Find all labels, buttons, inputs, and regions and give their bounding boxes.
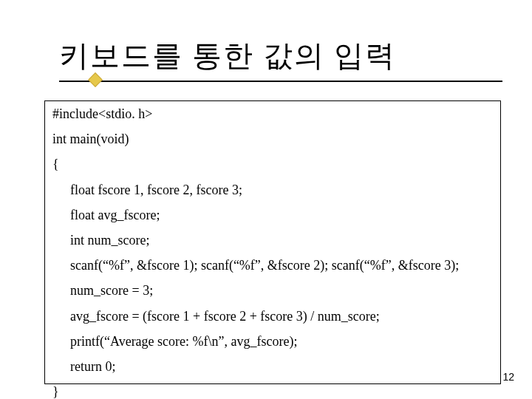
code-line: float fscore 1, fscore 2, fscore 3; (45, 177, 500, 202)
page-number: 12 (502, 371, 514, 383)
code-line: printf(“Average score: %f\n”, avg_fscore… (45, 329, 500, 354)
code-line: scanf(“%f”, &fscore 1); scanf(“%f”, &fsc… (45, 253, 500, 278)
code-line: int main(void) (45, 126, 500, 151)
bullet-diamond-icon (88, 72, 103, 87)
code-line: avg_fscore = (fscore 1 + fscore 2 + fsco… (45, 304, 500, 329)
code-line: return 0; (45, 354, 500, 379)
code-line: { (45, 151, 500, 177)
code-line: num_score = 3; (45, 278, 500, 303)
code-line: float avg_fscore; (45, 202, 500, 228)
slide-title: 키보드를 통한 값의 입력 (59, 39, 396, 72)
code-line: #include<stdio. h> (45, 101, 500, 126)
title-underline: 키보드를 통한 값의 입력 (59, 35, 502, 82)
code-line: int num_score; (45, 228, 500, 253)
code-line: } (45, 379, 500, 399)
code-block: #include<stdio. h> int main(void) { floa… (44, 100, 501, 384)
